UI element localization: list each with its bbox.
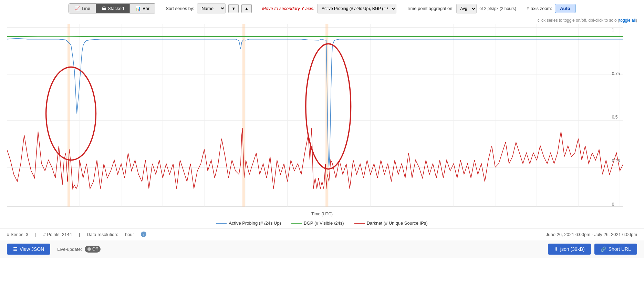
- legend-label-darknet: Darknet (# Unique Source IPs): [367, 221, 428, 226]
- sort-select[interactable]: Name Value Custom: [197, 3, 226, 13]
- top-toolbar: 📈 Line 🏔 Stacked 📊 Bar Sort series by: N…: [0, 0, 644, 17]
- sort-section: Sort series by: Name Value Custom ▼ ▲: [166, 3, 252, 13]
- date-range: June 26, 2021 6:00pm - July 26, 2021 6:0…: [546, 232, 637, 237]
- legend-item-active-probing: Active Probing (# /24s Up): [216, 221, 281, 226]
- data-resolution-label: Data resolution:: [87, 232, 118, 237]
- y-axis-labels: 1 0.75 0.5 0.25 0: [612, 24, 620, 210]
- toggle-hint: click series to toggle on/off, dbl-click…: [0, 17, 644, 24]
- list-icon: ☰: [13, 246, 18, 252]
- view-json-btn[interactable]: ☰ View JSON: [7, 244, 50, 255]
- stacked-icon: 🏔: [102, 6, 106, 11]
- chart-type-buttons: 📈 Line 🏔 Stacked 📊 Bar: [69, 3, 155, 13]
- footer-left: # Series: 3 | # Points: 2144 | Data reso…: [7, 232, 146, 237]
- data-resolution-value: hour: [125, 232, 134, 237]
- series-count: # Series: 3: [7, 232, 28, 237]
- secondary-y-select[interactable]: Active Probing (# /24s Up), BGP (# Visi.…: [317, 4, 396, 13]
- line-icon: 📈: [74, 6, 80, 11]
- svg-point-23: [46, 67, 96, 160]
- points-count: # Points: 2144: [43, 232, 72, 237]
- legend-item-bgp: BGP (# Visible /24s): [291, 221, 344, 226]
- live-update-label: Live-update:: [57, 247, 82, 252]
- aggregation-select[interactable]: Avg Min Max Sum: [456, 4, 477, 13]
- chart-area: 1 0.75 0.5 0.25 0: [0, 24, 644, 210]
- short-url-btn[interactable]: 🔗 Short URL: [594, 244, 637, 255]
- toggle-all-link[interactable]: toggle all: [619, 18, 636, 23]
- secondary-y-label: Move to secondary Y axis:: [262, 6, 314, 11]
- bar-icon: 📊: [135, 6, 141, 11]
- legend-line-blue: [216, 223, 227, 224]
- live-update: Live-update: Off: [57, 246, 100, 253]
- sort-label: Sort series by:: [166, 6, 194, 11]
- bar-chart-btn[interactable]: 📊 Bar: [130, 3, 155, 13]
- zoom-section: Y axis zoom: Auto: [527, 4, 575, 13]
- separator2: |: [79, 232, 80, 237]
- svg-rect-21: [242, 24, 245, 207]
- download-icon: ⬇: [554, 246, 558, 252]
- auto-zoom-btn[interactable]: Auto: [555, 4, 575, 13]
- legend-item-darknet: Darknet (# Unique Source IPs): [354, 221, 428, 226]
- aggregation-info: of 2 pts/px (2 hours): [479, 6, 516, 11]
- bottom-right: ⬇ json (39kB) 🔗 Short URL: [548, 244, 637, 255]
- legend-line-red: [354, 223, 365, 224]
- footer-row: # Series: 3 | # Points: 2144 | Data reso…: [0, 228, 644, 240]
- toggle-state: Off: [92, 247, 98, 252]
- legend-line-green: [291, 223, 302, 224]
- legend-area: Active Probing (# /24s Up) BGP (# Visibl…: [0, 218, 644, 228]
- x-axis-label: Time (UTC): [0, 210, 644, 218]
- bottom-left: ☰ View JSON Live-update: Off: [7, 244, 101, 255]
- link-icon: 🔗: [601, 246, 606, 252]
- svg-rect-20: [67, 24, 70, 207]
- secondary-y-section: Move to secondary Y axis: Active Probing…: [262, 4, 396, 13]
- bottom-bar: ☰ View JSON Live-update: Off ⬇ json (39k…: [0, 240, 644, 258]
- json-download-btn[interactable]: ⬇ json (39kB): [548, 244, 591, 255]
- sort-up-btn[interactable]: ▲: [241, 4, 252, 13]
- separator1: |: [35, 232, 36, 237]
- aggregation-label: Time point aggregation:: [407, 6, 454, 11]
- y-zoom-label: Y axis zoom:: [527, 6, 552, 11]
- line-chart-btn[interactable]: 📈 Line: [69, 3, 96, 13]
- legend-label-active-probing: Active Probing (# /24s Up): [229, 221, 281, 226]
- legend-label-bgp: BGP (# Visible /24s): [304, 221, 344, 226]
- sort-down-btn[interactable]: ▼: [228, 4, 239, 13]
- stacked-chart-btn[interactable]: 🏔 Stacked: [96, 3, 130, 13]
- info-icon[interactable]: i: [141, 232, 146, 237]
- footer-right: June 26, 2021 6:00pm - July 26, 2021 6:0…: [546, 232, 637, 237]
- aggregation-section: Time point aggregation: Avg Min Max Sum …: [407, 4, 516, 13]
- toggle-switch[interactable]: Off: [85, 246, 101, 253]
- chart-svg: 28. Jun 30. Jun 2. Jul 4. Jul 6. Jul 8. …: [7, 24, 623, 210]
- toggle-dot: [87, 247, 91, 251]
